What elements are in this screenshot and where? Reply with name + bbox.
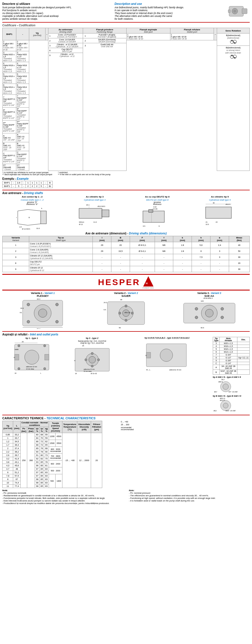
coding-header: BHP1 - Vg (cm³/rot) - Ax antrenare Drivi… (3, 28, 250, 33)
svg-text:L: L (40, 372, 41, 374)
variant-1-block: Varianta 1 - Variant 1 PLESSEY 52.4 64.4… (2, 292, 83, 329)
coding-section: Codificare - Codification BHP1 - Vg (2, 24, 250, 175)
svg-text:24: 24 (216, 221, 218, 223)
hesper-badge: H FONDAT 1911 (143, 276, 154, 289)
dim-row-8: 8 Cep DEUTZDEUTZ pin - - - - - - - 20 (3, 260, 250, 266)
dim-row-3: 3 Cilindric Ø 12 (SAUER)Cylindrical Ø 12… (3, 254, 250, 260)
variant-3-svg: 82.6 100 Ø 89.9/50.4 (181, 297, 238, 329)
variant-2-block: Varianta 2 - Variant 2 SAUER 56 68 Ø31-3… (86, 292, 167, 329)
svg-point-87 (44, 345, 46, 347)
svg-line-10 (18, 210, 28, 211)
svg-text:B: B (29, 217, 30, 218)
svg-text:25: 25 (22, 341, 24, 343)
svg-rect-110 (146, 352, 151, 358)
svg-text:adâncime 15 mm: adâncime 15 mm (169, 369, 182, 371)
shaft-svg-8: -0.02 5-0.06 6.5 9 (141, 205, 173, 230)
svg-text:9/16"- 18 UNF: 9/16"- 18 UNF (226, 410, 236, 412)
svg-text:21: 21 (206, 221, 208, 223)
example-section: Exemplu - Example BHP1 - 2,6 - 1 1 1 1 -… (2, 177, 250, 188)
svg-text:11.6: 11.6 (93, 221, 97, 223)
tech-row: 0,8533,2 250 280 806855 1200 4500 -15 ..… (3, 433, 102, 436)
shaft-diagram-3: Ax cilindric tip 3 Cylindrical shaft typ… (65, 195, 125, 230)
svg-text:adâncime 12 mm: adâncime 12 mm (26, 366, 37, 368)
svg-text:Ø 31>32: Ø 31>32 (91, 373, 97, 374)
svg-text:Ø25.12: Ø25.12 (220, 398, 225, 399)
svg-point-102 (85, 359, 87, 361)
svg-point-71 (205, 309, 213, 317)
svg-point-51 (56, 320, 58, 323)
svg-point-74 (195, 316, 198, 319)
svg-text:56: 56 (119, 327, 121, 329)
tipB-label: tip B SAE # 6 - type B SAE # 6 (213, 395, 250, 397)
tech-title: CARACTERISTICI TEHNICE - TECHNICAL CHARA… (2, 416, 250, 420)
svg-text:64.4: 64.4 (37, 298, 40, 300)
shaft-diagram-1: Axe conice tip 1 ; 2 Conical shafts type… (2, 195, 62, 230)
svg-point-63 (119, 312, 121, 314)
desc-text-en: Are bidirectional pums, mainly build fol… (115, 6, 224, 20)
svg-text:10.5: 10.5 (206, 224, 209, 225)
tip1-diagram: tip 1 - type 1 25 H 18 L (2, 337, 61, 375)
svg-point-86 (18, 345, 20, 347)
tip3-diagram: tip 3;4;5;6;7;8;9,A,B,C - type 3;4;5;6;7… (123, 337, 211, 371)
shaft-diagram-8: Ax cu cep DEUTZ tip 8 DEUTZ pin shaft ty… (127, 195, 187, 230)
svg-text:52.4: 52.4 (37, 328, 40, 329)
svg-rect-14 (41, 211, 46, 224)
tech-content: Vg(cm³/rot) L(mm) Condiții normale - Nor… (2, 421, 250, 488)
tech-table-wrapper: Vg(cm³/rot) L(mm) Condiții normale - Nor… (2, 421, 119, 488)
coding-title: Codificare - Codification (2, 24, 250, 27)
svg-text:M10x1: M10x1 (79, 221, 84, 223)
inlet-content: tip 1 - type 1 25 H 18 L (2, 337, 250, 413)
svg-text:6.5: 6.5 (104, 309, 106, 311)
svg-point-61 (131, 312, 133, 314)
example-table: BHP1 - 2,6 - 1 1 1 1 - B BHP1 - 5 - 2 2 … (2, 181, 53, 188)
shafts-title: Axe antrenare - Driving shafts (2, 191, 250, 195)
svg-point-72 (195, 307, 198, 310)
notes-ro: Notă: - Pn: presiunea nominală - Randame… (2, 489, 123, 505)
hesper-logo: HESPER (98, 277, 140, 287)
svg-line-11 (18, 224, 28, 225)
svg-text:H: H (74, 360, 75, 361)
coding-table: BHP1 - Vg (cm³/rot) - Ax antrenare Drivi… (2, 28, 250, 171)
svg-text:6.5: 6.5 (143, 225, 145, 227)
svg-point-47 (38, 309, 47, 317)
svg-text:18: 18 (15, 372, 16, 374)
shaft-diagrams: Axe conice tip 1 ; 2 Conical shafts type… (2, 195, 250, 230)
svg-point-62 (125, 319, 127, 321)
tip3-svg: H M...x... adâncime 15 mm 15 mm deep (145, 339, 189, 371)
svg-text:3/4"- 16 UNF: 3/4"- 16 UNF (229, 391, 238, 393)
svg-point-3 (233, 10, 236, 13)
bhp1-cell: BHP1 (3, 28, 16, 40)
tip2-svg: 25 H 18 Ø 31>32 adâncime 12 mm 12 mm dee… (74, 344, 111, 376)
svg-text:H1: H1 (20, 312, 22, 313)
svg-text:adâncime 12 mm: adâncime 12 mm (84, 368, 94, 370)
shaft-diagram-9: Ax cilindric tip 9 Cylindrical shaft typ… (190, 195, 250, 230)
shaft-svg-9: 48 21 24 Ø12.5 10.5 (204, 201, 236, 226)
svg-text:5-0.06: 5-0.06 (153, 208, 158, 210)
inlet-title: Aspirații și refulări - Inlet and outlet… (2, 333, 250, 336)
svg-text:Ø 12.5/8.5: Ø 12.5/8.5 (22, 228, 30, 230)
dim-row-9: 9 Cilindric Ø 12Cylindrical Ø 12 - - - -… (3, 266, 250, 272)
svg-point-99 (91, 352, 93, 355)
desc-text-ro: Sunt pompe bidirecționale construite pe … (2, 6, 112, 20)
svg-text:48: 48 (213, 202, 214, 204)
svg-point-109 (160, 349, 173, 361)
svg-point-88 (18, 368, 20, 370)
svg-rect-31 (143, 211, 164, 222)
svg-text:18: 18 (75, 373, 77, 374)
footnotes: * cu restricții sau refularea nu sunt pe… (2, 171, 250, 175)
variant-3-block: Varianta 3 - Variant 3 SAE AA 82.6 100 Ø… (169, 292, 250, 329)
svg-point-100 (97, 359, 100, 361)
dim-table-title: Axe de antrenare (dimensiuni) - Driving … (2, 232, 250, 235)
svg-text:Ø 89.9/50.4: Ø 89.9/50.4 (204, 297, 213, 299)
svg-point-101 (91, 365, 93, 367)
svg-text:H: H (145, 355, 147, 356)
threads-table: TipType filetethreads Obs. 3M20 x 1,5 4M… (213, 337, 250, 375)
svg-text:Ø12.5/8.5: Ø12.5/8.5 (98, 206, 105, 207)
svg-text:Ø12.5: Ø12.5 (226, 204, 231, 205)
svg-rect-22 (102, 210, 109, 217)
variants-section: Varianta 1 - Variant 1 PLESSEY 52.4 64.4… (2, 292, 250, 329)
svg-text:24.3: 24.3 (104, 302, 107, 303)
tipA-svg: 30,2 Ø20.6 Ø17 3/4"- 16 UNF (213, 378, 239, 394)
svg-point-60 (125, 305, 127, 307)
svg-point-50 (27, 320, 30, 323)
